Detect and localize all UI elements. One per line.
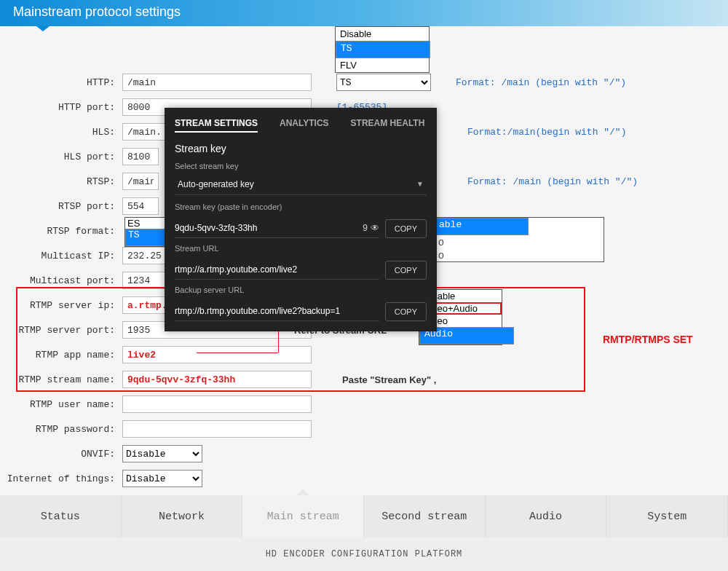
yt-tab-settings[interactable]: STREAM SETTINGS <box>175 118 258 133</box>
top-protocol-dropdown-open[interactable]: Disable TS FLV <box>335 26 430 73</box>
label-rtmp-stream: RTMP stream name: <box>0 374 122 385</box>
input-rtmp-user[interactable] <box>122 395 312 413</box>
input-http[interactable] <box>122 74 312 91</box>
youtube-stream-panel: STREAM SETTINGS ANALYTICS STREAM HEALTH … <box>165 108 437 331</box>
tab-main-stream[interactable]: Main stream <box>242 495 364 537</box>
yt-stream-url-field[interactable]: rtmp://a.rtmp.youtube.com/live2 <box>175 260 379 280</box>
tab-network[interactable]: Network <box>122 495 243 537</box>
label-http-port: HTTP port: <box>0 102 122 113</box>
yt-section-title: Stream key <box>165 143 437 162</box>
yt-stream-key-field[interactable]: 9qdu-5qvv-3zfq-33hh 9 👁 <box>175 218 379 238</box>
option-ts[interactable]: TS <box>336 41 430 58</box>
tab-audio[interactable]: Audio <box>486 495 607 537</box>
label-rtmp-user: RTMP user name: <box>0 399 122 410</box>
rtmp-highlight-title: RMTP/RTMPS SET <box>603 334 693 345</box>
yt-backup-url-field[interactable]: rtmp://b.rtmp.youtube.com/live2?backup=1 <box>175 302 379 321</box>
yt-tab-analytics[interactable]: ANALYTICS <box>280 118 329 133</box>
yt-backup-url-value: rtmp://b.rtmp.youtube.com/live2?backup=1 <box>175 306 340 316</box>
copy-button-url[interactable]: COPY <box>385 261 427 280</box>
yt-stream-url-label: Stream URL <box>165 244 437 256</box>
chevron-down-icon: ▼ <box>416 180 424 188</box>
label-iot: Internet of things: <box>0 473 122 484</box>
select-http-format[interactable]: TS <box>336 74 431 91</box>
label-hls-port: HLS port: <box>0 151 122 162</box>
tab-status[interactable]: Status <box>0 495 122 537</box>
yt-stream-key-label: Stream key (paste in encoder) <box>165 202 437 214</box>
tab-second-stream[interactable]: Second stream <box>364 495 486 537</box>
select-iot[interactable]: Disable <box>122 470 202 487</box>
tab-system[interactable]: System <box>606 495 728 537</box>
label-onvif: ONVIF: <box>0 449 122 460</box>
label-http: HTTP: <box>0 77 122 88</box>
copy-button-backup[interactable]: COPY <box>385 302 427 321</box>
label-hls: HLS: <box>0 127 122 138</box>
bottom-tabs: Status Network Main stream Second stream… <box>0 495 728 537</box>
label-rtmp-port: RTMP server port: <box>0 325 122 336</box>
right-opt-0[interactable]: able <box>434 218 529 235</box>
footer-text: HD ENCODER CONFIGURATION PLATFORM <box>266 549 463 559</box>
input-hls-port[interactable] <box>122 148 159 165</box>
eye-icon[interactable]: 9 👁 <box>363 223 379 233</box>
hint-http: Format: /main (begin with "/") <box>456 77 626 88</box>
input-rtmp-app[interactable] <box>122 346 312 363</box>
input-multicast-ip[interactable] <box>122 247 166 264</box>
page-title: Mainstream protocol settings <box>13 4 181 19</box>
select-onvif[interactable]: Disable <box>122 445 202 462</box>
right-opt-1[interactable]: o <box>434 235 604 248</box>
input-rtsp-port[interactable] <box>122 197 159 215</box>
page-header: Mainstream protocol settings <box>0 0 728 26</box>
input-rtmp-stream[interactable] <box>122 371 312 388</box>
input-rtmp-pass[interactable] <box>122 420 312 438</box>
yt-backup-url-label: Backup server URL <box>165 286 437 297</box>
label-rtsp-port: RTSP port: <box>0 201 122 212</box>
yt-stream-url-value: rtmp://a.rtmp.youtube.com/live2 <box>175 264 297 275</box>
right-listbox-partial[interactable]: able o o <box>433 217 604 262</box>
input-hls[interactable] <box>122 123 166 141</box>
annot-stream-key: Paste "Stream Key" , <box>342 374 436 385</box>
yt-stream-key-value: 9qdu-5qvv-3zfq-33hh <box>175 223 257 233</box>
yt-select-stream-key[interactable]: Auto-generated key ▼ <box>175 173 427 195</box>
label-rtsp-format: RTSP format: <box>0 226 122 237</box>
option-flv[interactable]: FLV <box>336 58 429 72</box>
label-multicast-ip: Multicast IP: <box>0 251 122 261</box>
label-multicast-port: Multicast port: <box>0 275 122 286</box>
label-rtsp: RTSP: <box>0 176 122 187</box>
hint-rtsp: Format: /main (begin with "/") <box>467 176 638 187</box>
copy-button-key[interactable]: COPY <box>385 219 427 238</box>
hint-hls: Format:/main(begin with "/") <box>467 127 626 138</box>
yt-tabs: STREAM SETTINGS ANALYTICS STREAM HEALTH <box>165 108 437 143</box>
yt-tab-health[interactable]: STREAM HEALTH <box>351 118 425 133</box>
option-disable[interactable]: Disable <box>336 27 429 41</box>
label-rtmp-pass: RTMP password: <box>0 424 122 435</box>
header-notch <box>36 26 50 31</box>
yt-select-label: Select stream key <box>165 162 437 173</box>
label-rtmp-ip: RTMP server ip: <box>0 300 122 311</box>
label-rtmp-app: RTMP app name: <box>0 350 122 361</box>
input-rtsp[interactable] <box>122 173 159 190</box>
right-opt-2[interactable]: o <box>434 248 604 261</box>
yt-select-value: Auto-generated key <box>178 179 254 189</box>
footer: HD ENCODER CONFIGURATION PLATFORM <box>0 537 728 571</box>
